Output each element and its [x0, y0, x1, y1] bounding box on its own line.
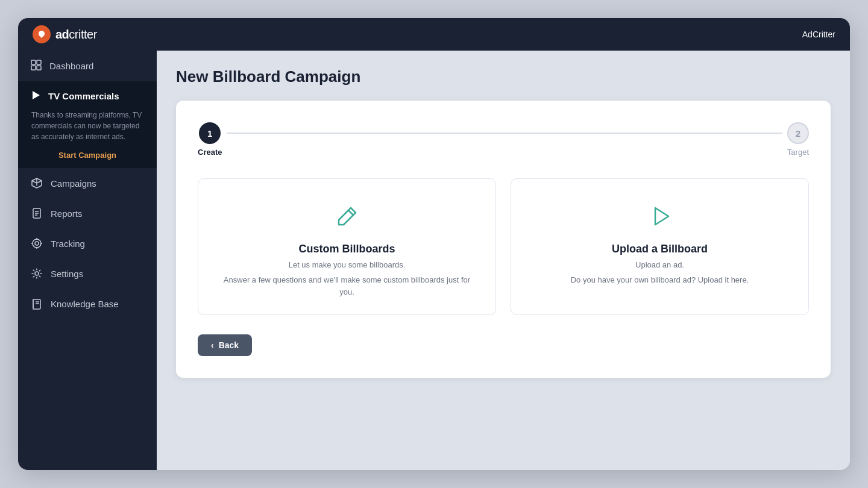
document-icon	[30, 207, 43, 220]
sidebar-item-dashboard[interactable]: Dashboard	[18, 51, 157, 81]
back-chevron-icon: ‹	[211, 340, 214, 350]
sidebar-label-reports: Reports	[51, 208, 83, 219]
sidebar-item-knowledge-base[interactable]: Knowledge Base	[18, 289, 157, 319]
sidebar-label-campaigns: Campaigns	[51, 178, 96, 189]
svg-point-15	[35, 272, 39, 275]
step-1: 1 Create	[198, 122, 222, 157]
logo-icon	[33, 25, 51, 43]
options-row: Custom Billboards Let us make you some b…	[198, 178, 809, 315]
tv-commercials-description: Thanks to streaming platforms, TV commer…	[30, 110, 145, 142]
back-button[interactable]: ‹ Back	[198, 334, 252, 356]
wizard-card: 1 Create 2 Target	[176, 101, 831, 378]
sidebar-item-reports[interactable]: Reports	[18, 198, 157, 228]
play-icon	[30, 90, 41, 102]
svg-rect-1	[37, 60, 41, 64]
option-card-custom-billboards[interactable]: Custom Billboards Let us make you some b…	[198, 178, 496, 315]
sidebar-label-settings: Settings	[51, 269, 83, 279]
svg-marker-4	[33, 91, 40, 99]
main-content: New Billboard Campaign 1 Create 2 Target	[157, 51, 850, 470]
custom-billboards-title: Custom Billboards	[298, 243, 395, 255]
sidebar: Dashboard TV Commercials Thanks to strea…	[18, 51, 157, 470]
top-bar: adcritter AdCritter	[18, 18, 850, 51]
upload-billboard-desc: Do you have your own billboard ad? Uploa…	[571, 274, 749, 286]
logo-text: adcritter	[55, 28, 97, 42]
grid-icon	[30, 59, 42, 73]
back-button-label: Back	[219, 340, 239, 350]
browser-window: adcritter AdCritter Dashboard	[18, 18, 850, 470]
play-outline-icon	[644, 201, 676, 232]
svg-rect-0	[31, 60, 36, 64]
tv-commercials-header: TV Commercials	[30, 90, 145, 102]
svg-line-18	[348, 210, 353, 215]
custom-billboards-subtitle: Let us make you some billboards.	[289, 260, 406, 269]
main-area: Dashboard TV Commercials Thanks to strea…	[18, 51, 850, 470]
step-1-label: Create	[198, 148, 222, 157]
custom-billboards-desc: Answer a few questions and we'll make so…	[215, 274, 479, 298]
start-campaign-button[interactable]: Start Campaign	[30, 151, 145, 160]
step-line	[227, 133, 782, 134]
svg-point-10	[33, 239, 41, 248]
sidebar-item-settings[interactable]: Settings	[18, 258, 157, 289]
stepper: 1 Create 2 Target	[198, 122, 809, 157]
upload-billboard-title: Upload a Billboard	[612, 243, 708, 255]
page-title: New Billboard Campaign	[176, 67, 831, 86]
tracking-icon	[30, 237, 43, 250]
sidebar-item-tracking[interactable]: Tracking	[18, 228, 157, 258]
sidebar-item-tv-commercials[interactable]: TV Commercials Thanks to streaming platf…	[18, 81, 157, 168]
box-icon	[30, 177, 43, 190]
sidebar-label-knowledge-base: Knowledge Base	[51, 299, 119, 309]
tv-commercials-label: TV Commercials	[48, 91, 119, 101]
logo-area: adcritter	[33, 25, 97, 43]
svg-rect-3	[37, 66, 41, 70]
upload-billboard-subtitle: Upload an ad.	[635, 260, 684, 269]
sidebar-item-campaigns[interactable]: Campaigns	[18, 168, 157, 198]
option-card-upload-billboard[interactable]: Upload a Billboard Upload an ad. Do you …	[511, 178, 809, 315]
settings-icon	[30, 267, 43, 280]
sidebar-label-dashboard: Dashboard	[49, 61, 93, 71]
pencil-icon	[332, 201, 363, 232]
svg-rect-2	[31, 66, 36, 70]
step-2-label: Target	[787, 148, 809, 157]
step-2-circle: 2	[787, 122, 809, 144]
svg-marker-19	[655, 208, 668, 225]
step-1-circle: 1	[199, 122, 221, 144]
book-icon	[30, 297, 43, 310]
svg-point-9	[35, 242, 39, 245]
step-2: 2 Target	[787, 122, 809, 157]
topbar-app-name: AdCritter	[802, 30, 835, 39]
sidebar-label-tracking: Tracking	[51, 239, 85, 249]
